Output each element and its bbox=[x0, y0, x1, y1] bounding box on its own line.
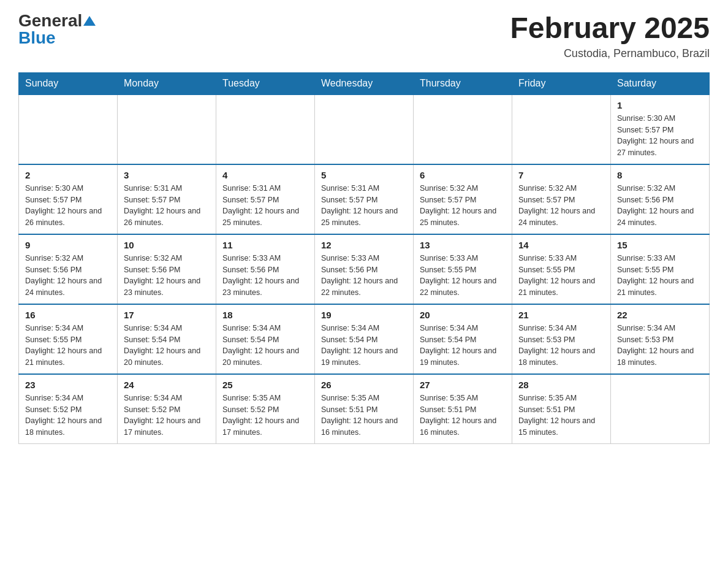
location-text: Custodia, Pernambuco, Brazil bbox=[510, 47, 710, 60]
day-number: 13 bbox=[420, 240, 506, 250]
day-info: Sunrise: 5:32 AMSunset: 5:56 PMDaylight:… bbox=[617, 183, 703, 229]
day-number: 19 bbox=[321, 310, 407, 320]
day-info: Sunrise: 5:35 AMSunset: 5:51 PMDaylight:… bbox=[321, 393, 407, 439]
calendar-cell: 19Sunrise: 5:34 AMSunset: 5:54 PMDayligh… bbox=[315, 304, 414, 374]
day-number: 2 bbox=[25, 170, 111, 180]
day-number: 8 bbox=[617, 170, 703, 180]
calendar-cell bbox=[216, 94, 315, 164]
day-number: 5 bbox=[321, 170, 407, 180]
day-number: 27 bbox=[420, 380, 506, 390]
day-number: 3 bbox=[124, 170, 210, 180]
calendar-cell: 10Sunrise: 5:32 AMSunset: 5:56 PMDayligh… bbox=[118, 234, 216, 304]
day-info: Sunrise: 5:32 AMSunset: 5:56 PMDaylight:… bbox=[124, 253, 210, 299]
day-number: 15 bbox=[617, 240, 703, 250]
calendar-cell: 6Sunrise: 5:32 AMSunset: 5:57 PMDaylight… bbox=[414, 164, 512, 234]
calendar-cell: 28Sunrise: 5:35 AMSunset: 5:51 PMDayligh… bbox=[512, 374, 611, 444]
calendar-cell: 7Sunrise: 5:32 AMSunset: 5:57 PMDaylight… bbox=[512, 164, 611, 234]
day-info: Sunrise: 5:35 AMSunset: 5:52 PMDaylight:… bbox=[222, 393, 308, 439]
day-number: 24 bbox=[124, 380, 210, 390]
day-number: 21 bbox=[518, 310, 604, 320]
calendar-cell: 4Sunrise: 5:31 AMSunset: 5:57 PMDaylight… bbox=[216, 164, 315, 234]
logo-blue-text: Blue bbox=[18, 29, 56, 47]
day-header-monday: Monday bbox=[118, 72, 216, 94]
day-info: Sunrise: 5:32 AMSunset: 5:57 PMDaylight:… bbox=[518, 183, 604, 229]
day-number: 11 bbox=[222, 240, 308, 250]
calendar-cell: 26Sunrise: 5:35 AMSunset: 5:51 PMDayligh… bbox=[315, 374, 414, 444]
day-info: Sunrise: 5:34 AMSunset: 5:54 PMDaylight:… bbox=[222, 323, 308, 369]
calendar-cell: 23Sunrise: 5:34 AMSunset: 5:52 PMDayligh… bbox=[19, 374, 118, 444]
day-header-sunday: Sunday bbox=[19, 72, 118, 94]
day-header-saturday: Saturday bbox=[611, 72, 710, 94]
day-info: Sunrise: 5:34 AMSunset: 5:53 PMDaylight:… bbox=[518, 323, 604, 369]
calendar-cell: 18Sunrise: 5:34 AMSunset: 5:54 PMDayligh… bbox=[216, 304, 315, 374]
day-info: Sunrise: 5:33 AMSunset: 5:55 PMDaylight:… bbox=[518, 253, 604, 299]
logo-triangle-icon bbox=[83, 16, 96, 26]
day-number: 17 bbox=[124, 310, 210, 320]
day-number: 28 bbox=[518, 380, 604, 390]
day-info: Sunrise: 5:31 AMSunset: 5:57 PMDaylight:… bbox=[222, 183, 308, 229]
day-info: Sunrise: 5:35 AMSunset: 5:51 PMDaylight:… bbox=[518, 393, 604, 439]
calendar-cell: 13Sunrise: 5:33 AMSunset: 5:55 PMDayligh… bbox=[414, 234, 512, 304]
calendar-cell: 25Sunrise: 5:35 AMSunset: 5:52 PMDayligh… bbox=[216, 374, 315, 444]
calendar-cell: 11Sunrise: 5:33 AMSunset: 5:56 PMDayligh… bbox=[216, 234, 315, 304]
day-header-thursday: Thursday bbox=[414, 72, 512, 94]
day-number: 20 bbox=[420, 310, 506, 320]
calendar-cell: 21Sunrise: 5:34 AMSunset: 5:53 PMDayligh… bbox=[512, 304, 611, 374]
logo-general-text: General bbox=[18, 12, 82, 29]
calendar-cell: 22Sunrise: 5:34 AMSunset: 5:53 PMDayligh… bbox=[611, 304, 710, 374]
day-number: 12 bbox=[321, 240, 407, 250]
day-info: Sunrise: 5:34 AMSunset: 5:52 PMDaylight:… bbox=[124, 393, 210, 439]
day-info: Sunrise: 5:33 AMSunset: 5:56 PMDaylight:… bbox=[222, 253, 308, 299]
calendar-cell: 15Sunrise: 5:33 AMSunset: 5:55 PMDayligh… bbox=[611, 234, 710, 304]
day-info: Sunrise: 5:32 AMSunset: 5:57 PMDaylight:… bbox=[420, 183, 506, 229]
calendar-cell: 9Sunrise: 5:32 AMSunset: 5:56 PMDaylight… bbox=[19, 234, 118, 304]
day-number: 1 bbox=[617, 100, 703, 110]
calendar-cell: 3Sunrise: 5:31 AMSunset: 5:57 PMDaylight… bbox=[118, 164, 216, 234]
day-info: Sunrise: 5:30 AMSunset: 5:57 PMDaylight:… bbox=[25, 183, 111, 229]
calendar-cell bbox=[118, 94, 216, 164]
day-number: 14 bbox=[518, 240, 604, 250]
calendar-week-1: 1Sunrise: 5:30 AMSunset: 5:57 PMDaylight… bbox=[19, 94, 710, 164]
day-info: Sunrise: 5:31 AMSunset: 5:57 PMDaylight:… bbox=[321, 183, 407, 229]
day-header-tuesday: Tuesday bbox=[216, 72, 315, 94]
day-number: 10 bbox=[124, 240, 210, 250]
calendar-cell bbox=[414, 94, 512, 164]
day-number: 7 bbox=[518, 170, 604, 180]
day-number: 26 bbox=[321, 380, 407, 390]
day-info: Sunrise: 5:34 AMSunset: 5:52 PMDaylight:… bbox=[25, 393, 111, 439]
page-header: General Blue February 2025 Custodia, Per… bbox=[18, 12, 710, 60]
day-info: Sunrise: 5:30 AMSunset: 5:57 PMDaylight:… bbox=[617, 113, 703, 159]
day-number: 25 bbox=[222, 380, 308, 390]
day-info: Sunrise: 5:34 AMSunset: 5:54 PMDaylight:… bbox=[321, 323, 407, 369]
calendar-cell: 20Sunrise: 5:34 AMSunset: 5:54 PMDayligh… bbox=[414, 304, 512, 374]
calendar-week-2: 2Sunrise: 5:30 AMSunset: 5:57 PMDaylight… bbox=[19, 164, 710, 234]
calendar-cell: 2Sunrise: 5:30 AMSunset: 5:57 PMDaylight… bbox=[19, 164, 118, 234]
day-info: Sunrise: 5:34 AMSunset: 5:53 PMDaylight:… bbox=[617, 323, 703, 369]
calendar-header-row: SundayMondayTuesdayWednesdayThursdayFrid… bbox=[19, 72, 710, 94]
calendar-week-3: 9Sunrise: 5:32 AMSunset: 5:56 PMDaylight… bbox=[19, 234, 710, 304]
day-info: Sunrise: 5:32 AMSunset: 5:56 PMDaylight:… bbox=[25, 253, 111, 299]
calendar-cell: 12Sunrise: 5:33 AMSunset: 5:56 PMDayligh… bbox=[315, 234, 414, 304]
calendar-cell: 8Sunrise: 5:32 AMSunset: 5:56 PMDaylight… bbox=[611, 164, 710, 234]
day-info: Sunrise: 5:34 AMSunset: 5:55 PMDaylight:… bbox=[25, 323, 111, 369]
calendar-cell bbox=[19, 94, 118, 164]
day-info: Sunrise: 5:33 AMSunset: 5:56 PMDaylight:… bbox=[321, 253, 407, 299]
calendar-cell: 27Sunrise: 5:35 AMSunset: 5:51 PMDayligh… bbox=[414, 374, 512, 444]
calendar-cell: 5Sunrise: 5:31 AMSunset: 5:57 PMDaylight… bbox=[315, 164, 414, 234]
title-section: February 2025 Custodia, Pernambuco, Braz… bbox=[510, 12, 710, 60]
calendar-week-5: 23Sunrise: 5:34 AMSunset: 5:52 PMDayligh… bbox=[19, 374, 710, 444]
day-info: Sunrise: 5:33 AMSunset: 5:55 PMDaylight:… bbox=[420, 253, 506, 299]
day-info: Sunrise: 5:31 AMSunset: 5:57 PMDaylight:… bbox=[124, 183, 210, 229]
calendar-cell: 24Sunrise: 5:34 AMSunset: 5:52 PMDayligh… bbox=[118, 374, 216, 444]
calendar-cell: 16Sunrise: 5:34 AMSunset: 5:55 PMDayligh… bbox=[19, 304, 118, 374]
day-number: 18 bbox=[222, 310, 308, 320]
day-number: 23 bbox=[25, 380, 111, 390]
calendar-cell: 1Sunrise: 5:30 AMSunset: 5:57 PMDaylight… bbox=[611, 94, 710, 164]
day-number: 9 bbox=[25, 240, 111, 250]
day-number: 6 bbox=[420, 170, 506, 180]
day-number: 16 bbox=[25, 310, 111, 320]
day-info: Sunrise: 5:34 AMSunset: 5:54 PMDaylight:… bbox=[124, 323, 210, 369]
day-info: Sunrise: 5:34 AMSunset: 5:54 PMDaylight:… bbox=[420, 323, 506, 369]
calendar-cell bbox=[611, 374, 710, 444]
calendar-week-4: 16Sunrise: 5:34 AMSunset: 5:55 PMDayligh… bbox=[19, 304, 710, 374]
